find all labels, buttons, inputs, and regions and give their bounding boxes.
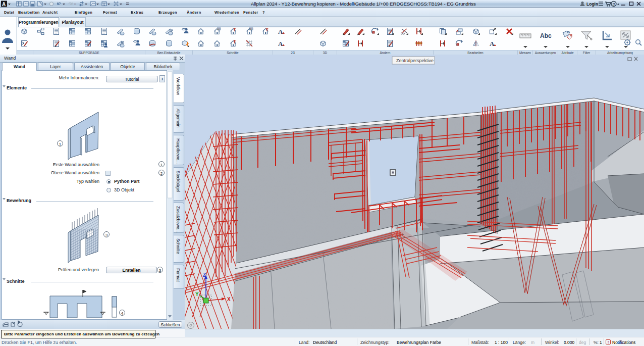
svg-text:X: X <box>227 296 231 302</box>
svg-text:Zentralperspektive: Zentralperspektive <box>396 58 434 63</box>
svg-text:Y: Y <box>195 291 199 297</box>
svg-text:Z: Z <box>203 272 206 278</box>
svg-text:?: ? <box>613 2 615 7</box>
svg-text:Login: Login <box>586 2 598 7</box>
svg-text:A: A <box>2 2 6 7</box>
